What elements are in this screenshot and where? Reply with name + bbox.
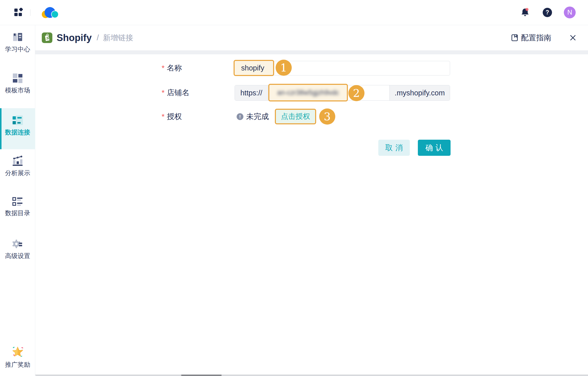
cancel-button[interactable]: 取消 — [378, 140, 410, 156]
cutoff-footer-text — [181, 375, 222, 376]
incomplete-status-icon: ! — [237, 113, 243, 120]
breadcrumb-subtitle: 新增链接 — [103, 33, 133, 43]
book-icon — [12, 32, 23, 43]
name-field-label: *名称 — [162, 63, 182, 73]
gear-icon — [12, 238, 23, 249]
annotation-badge-3: 3 — [319, 108, 335, 125]
required-asterisk: * — [162, 112, 165, 121]
data-connection-icon — [12, 115, 23, 126]
sidebar: 学习中心 模板市场 数据连接 分析展示 — [0, 25, 35, 376]
sidebar-item-analysis-display[interactable]: 分析展示 — [0, 155, 35, 177]
sidebar-item-advanced-settings[interactable]: 高级设置 — [0, 238, 35, 260]
bottom-edge-strip — [35, 375, 588, 376]
header-divider-band — [35, 50, 588, 54]
annotation-badge-1: 1 — [276, 60, 292, 76]
required-asterisk: * — [162, 64, 165, 72]
authorize-button[interactable]: 点击授权 — [275, 109, 316, 124]
auth-status-text: 未完成 — [246, 111, 269, 122]
topbar: ? N — [0, 0, 588, 25]
auth-field-label: *授权 — [162, 111, 182, 122]
sidebar-item-template-market[interactable]: 模板市场 — [0, 73, 35, 94]
annotation-badge-2: 2 — [348, 85, 364, 101]
app-grid-icon[interactable] — [14, 8, 24, 17]
annotation-box-1: shopify — [234, 60, 274, 76]
logo-teal-circle — [52, 11, 58, 18]
list-icon — [12, 197, 23, 207]
sidebar-item-label: 数据目录 — [5, 209, 30, 217]
config-guide-button[interactable]: 配置指南 — [511, 33, 551, 43]
brand-logo[interactable] — [42, 7, 58, 18]
sidebar-item-promotion-reward[interactable]: 推广奖励 — [0, 345, 35, 369]
sidebar-item-data-catalog[interactable]: 数据目录 — [0, 197, 35, 217]
config-guide-label: 配置指南 — [521, 33, 551, 43]
annotation-box-2: an-czr38w5gjzh9vdc — [268, 84, 348, 101]
store-name-blurred-value: an-czr38w5gjzh9vdc — [277, 89, 339, 97]
name-input-value: shopify — [241, 64, 264, 72]
page-title: Shopify — [57, 32, 92, 43]
star-reward-icon — [11, 345, 24, 358]
sidebar-item-learning-center[interactable]: 学习中心 — [0, 32, 35, 53]
guide-book-icon — [511, 34, 518, 42]
panel-header: S Shopify / 新增链接 配置指南 — [35, 25, 588, 50]
url-suffix: .myshopify.com — [389, 85, 450, 100]
required-asterisk: * — [162, 88, 165, 97]
shopify-connection-panel: S Shopify / 新增链接 配置指南 *名称 shopify 1 *店铺名… — [35, 25, 588, 376]
sidebar-item-data-connection[interactable]: 数据连接 — [0, 115, 35, 136]
confirm-button[interactable]: 确认 — [418, 140, 451, 156]
chart-icon — [12, 155, 23, 167]
svg-text:S: S — [46, 36, 49, 41]
notification-dot — [526, 8, 529, 11]
sidebar-item-label: 分析展示 — [5, 169, 30, 177]
notification-bell-icon[interactable] — [520, 7, 530, 18]
url-prefix: https:// — [235, 85, 268, 100]
sidebar-item-label: 数据连接 — [5, 128, 30, 136]
sidebar-item-label: 模板市场 — [5, 86, 30, 94]
close-icon[interactable] — [569, 34, 577, 42]
template-grid-icon — [12, 73, 23, 84]
avatar[interactable]: N — [564, 7, 576, 18]
store-field-label: *店铺名 — [162, 88, 190, 98]
topbar-divider — [30, 9, 30, 16]
sidebar-item-label: 学习中心 — [5, 45, 30, 53]
shopify-icon: S — [42, 32, 52, 43]
sidebar-item-label: 推广奖励 — [5, 360, 30, 369]
help-icon[interactable]: ? — [543, 8, 552, 17]
sidebar-item-label: 高级设置 — [5, 252, 30, 260]
breadcrumb-separator: / — [97, 33, 99, 42]
